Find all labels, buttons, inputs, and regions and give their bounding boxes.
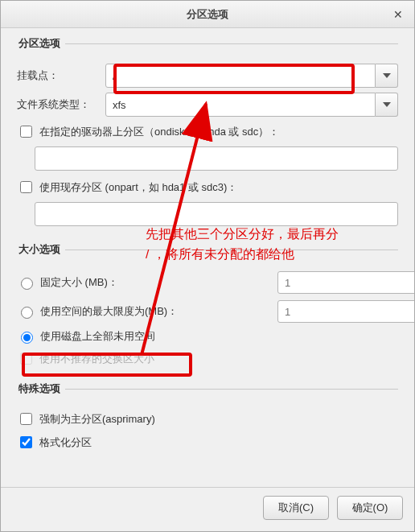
section-special-legend: 特殊选项: [17, 381, 65, 396]
row-format: 格式化分区: [17, 434, 398, 451]
ondisk-checkbox[interactable]: [20, 126, 32, 138]
asprimary-label: 强制为主分区(asprimary): [39, 412, 155, 427]
row-ondisk-check: 在指定的驱动器上分区（ondisk，如 hda 或 sdc）：: [17, 123, 398, 140]
chevron-down-icon: [383, 73, 391, 78]
maxsize-radio[interactable]: [21, 307, 33, 319]
dialog-partition-options: 分区选项 ✕ 分区选项 挂载点： 文件系统类型：: [0, 0, 415, 532]
section-size: 大小选项 固定大小 (MB)： 使用空间的最大限度为(MB)：: [17, 242, 398, 373]
fixed-value-input[interactable]: [277, 271, 414, 294]
maxsize-value-input[interactable]: [277, 300, 414, 323]
cancel-button[interactable]: 取消(C): [263, 496, 329, 520]
asprimary-checkbox[interactable]: [20, 413, 32, 425]
row-grow: 使用磁盘上全部未用空间: [17, 329, 398, 344]
chevron-down-icon: [383, 102, 391, 107]
row-mount: 挂载点：: [17, 64, 398, 88]
row-fstype: 文件系统类型：: [17, 93, 398, 117]
close-icon[interactable]: ✕: [390, 8, 406, 21]
mount-combo: [105, 64, 398, 88]
section-special: 特殊选项 强制为主分区(asprimary) 格式化分区: [17, 381, 398, 457]
section-partition-legend: 分区选项: [17, 36, 65, 51]
onpart-field-wrap: [35, 202, 398, 226]
recommended-checkbox: [20, 353, 32, 365]
mount-input[interactable]: [105, 64, 376, 88]
mount-label: 挂载点：: [17, 68, 105, 83]
section-size-legend: 大小选项: [17, 242, 65, 257]
dialog-body: 分区选项 挂载点： 文件系统类型：: [1, 28, 414, 473]
fixed-label: 固定大小 (MB)：: [40, 275, 225, 290]
onpart-input[interactable]: [35, 202, 398, 226]
onpart-label: 使用现存分区 (onpart，如 hda1 或 sdc3)：: [39, 180, 237, 195]
row-fixed: 固定大小 (MB)：: [17, 271, 398, 294]
ondisk-label: 在指定的驱动器上分区（ondisk，如 hda 或 sdc）：: [39, 125, 279, 139]
fstype-input[interactable]: [105, 93, 376, 117]
row-asprimary: 强制为主分区(asprimary): [17, 410, 398, 427]
fstype-label: 文件系统类型：: [17, 97, 105, 112]
grow-radio[interactable]: [21, 332, 33, 344]
fixed-spin: [277, 271, 398, 294]
footer: 取消(C) 确定(O): [1, 487, 414, 531]
format-label: 格式化分区: [39, 435, 92, 450]
ok-button[interactable]: 确定(O): [337, 496, 403, 520]
ondisk-field-wrap: [35, 146, 398, 171]
format-checkbox[interactable]: [20, 436, 32, 448]
fixed-radio[interactable]: [21, 278, 33, 290]
fstype-combo: [105, 93, 398, 117]
grow-label: 使用磁盘上全部未用空间: [40, 329, 155, 344]
maxsize-label: 使用空间的最大限度为(MB)：: [40, 304, 225, 319]
ondisk-input[interactable]: [35, 146, 398, 171]
row-maxsize: 使用空间的最大限度为(MB)：: [17, 300, 398, 323]
fstype-dropdown-button[interactable]: [376, 93, 398, 117]
recommended-label: 使用不推荐的交换区大小: [39, 352, 154, 366]
section-partition: 分区选项 挂载点： 文件系统类型：: [17, 36, 398, 234]
titlebar: 分区选项 ✕: [1, 1, 414, 28]
onpart-checkbox[interactable]: [20, 181, 32, 193]
mount-dropdown-button[interactable]: [376, 64, 398, 88]
row-recommended: 使用不推荐的交换区大小: [17, 350, 398, 367]
window-title: 分区选项: [187, 7, 228, 22]
row-onpart-check: 使用现存分区 (onpart，如 hda1 或 sdc3)：: [17, 179, 398, 196]
maxsize-spin: [277, 300, 398, 323]
